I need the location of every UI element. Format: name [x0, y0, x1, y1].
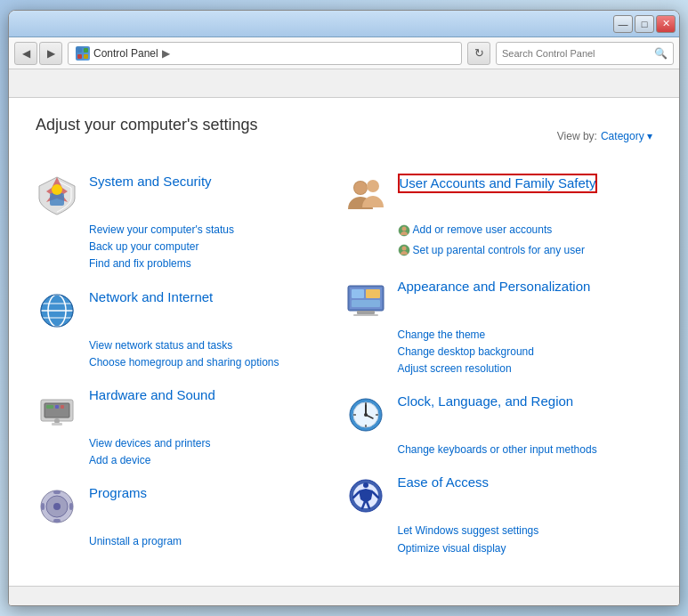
network-internet-links: View network status and tasks Choose hom… — [89, 337, 344, 371]
svg-point-5 — [52, 184, 62, 195]
devices-printers-link[interactable]: View devices and printers — [89, 435, 344, 452]
hardware-sound-title[interactable]: Hardware and Sound — [89, 387, 215, 402]
svg-rect-2 — [77, 54, 82, 59]
add-device-link[interactable]: Add a device — [89, 452, 344, 469]
user-accounts-title[interactable]: User Accounts and Family Safety — [400, 175, 596, 190]
parental-controls-link[interactable]: Set up parental controls for any user — [398, 242, 653, 263]
network-status-link[interactable]: View network status and tasks — [89, 337, 344, 354]
svg-rect-15 — [52, 423, 62, 426]
find-fix-link[interactable]: Find and fix problems — [89, 255, 344, 272]
svg-rect-25 — [69, 503, 73, 510]
user-accounts-icon — [344, 174, 387, 216]
svg-point-32 — [401, 247, 406, 251]
page-title: Adjust your computer's settings — [36, 116, 258, 134]
search-icon: 🔍 — [654, 47, 668, 60]
programs-links: Uninstall a program — [89, 533, 344, 550]
svg-rect-23 — [53, 519, 61, 523]
category-header: Appearance and Personalization — [344, 279, 653, 321]
svg-rect-36 — [352, 289, 364, 298]
screen-resolution-link[interactable]: Adjust screen resolution — [398, 361, 653, 377]
minimize-button[interactable]: — — [613, 15, 633, 33]
user-accounts-highlight-box: User Accounts and Family Safety — [398, 174, 598, 193]
keyboard-methods-link[interactable]: Change keyboards or other input methods — [398, 442, 653, 458]
svg-rect-18 — [61, 405, 64, 409]
nav-buttons: ◀ ▶ — [14, 42, 62, 65]
title-bar: — □ ✕ — [9, 11, 679, 37]
clock-language-links: Change keyboards or other input methods — [398, 442, 653, 458]
svg-rect-1 — [84, 48, 88, 53]
windows-suggest-link[interactable]: Let Windows suggest settings — [398, 523, 653, 539]
status-bar — [9, 586, 679, 605]
category-header: Programs — [36, 485, 344, 528]
svg-point-52 — [363, 482, 368, 488]
uninstall-link[interactable]: Uninstall a program — [89, 533, 344, 550]
refresh-button[interactable]: ↻ — [467, 42, 490, 65]
svg-point-28 — [354, 182, 367, 194]
toolbar — [9, 69, 679, 98]
svg-rect-37 — [366, 289, 380, 298]
breadcrumb-bar[interactable]: Control Panel ▶ — [68, 42, 462, 65]
hardware-sound-icon — [36, 387, 78, 430]
svg-rect-38 — [352, 300, 380, 307]
hardware-sound-links: View devices and printers Add a device — [89, 435, 344, 469]
category-network-internet: Network and Internet View network status… — [36, 289, 344, 371]
homegroup-link[interactable]: Choose homegroup and sharing options — [89, 354, 344, 371]
category-clock-language: Clock, Language, and Region Change keybo… — [344, 393, 653, 458]
user-accounts-links: Add or remove user accounts Set up pa — [398, 222, 653, 263]
right-column: User Accounts and Family Safety — [344, 174, 653, 573]
category-appearance: Appearance and Personalization Change th… — [344, 279, 653, 378]
ease-access-links: Let Windows suggest settings Optimize vi… — [398, 523, 653, 556]
main-content: Adjust your computer's settings View by:… — [9, 98, 679, 586]
forward-button[interactable]: ▶ — [39, 42, 62, 65]
breadcrumb-text[interactable]: Control Panel — [93, 47, 158, 60]
network-internet-title[interactable]: Network and Internet — [89, 289, 213, 304]
svg-rect-24 — [41, 503, 45, 510]
search-box[interactable]: 🔍 — [496, 42, 674, 65]
view-by-container: View by: Category ▾ — [557, 130, 652, 142]
category-user-accounts: User Accounts and Family Safety — [344, 174, 653, 263]
svg-rect-4 — [50, 193, 64, 206]
back-button[interactable]: ◀ — [14, 42, 37, 65]
svg-point-30 — [401, 226, 406, 231]
category-programs: Programs Uninstall a program — [36, 485, 344, 550]
appearance-icon — [344, 279, 387, 321]
clock-language-title[interactable]: Clock, Language, and Region — [398, 393, 574, 409]
close-button[interactable]: ✕ — [656, 15, 676, 33]
svg-rect-16 — [46, 405, 53, 409]
control-panel-icon — [76, 46, 90, 61]
programs-icon — [36, 485, 78, 528]
change-desktop-link[interactable]: Change desktop background — [398, 344, 653, 361]
appearance-links: Change the theme Change desktop backgrou… — [398, 327, 653, 378]
clock-language-icon — [344, 393, 387, 436]
svg-rect-22 — [53, 490, 61, 494]
categories-grid: System and Security Review your computer… — [36, 174, 652, 573]
left-column: System and Security Review your computer… — [36, 174, 344, 573]
network-internet-icon — [36, 289, 78, 332]
view-by-dropdown[interactable]: Category ▾ — [601, 130, 652, 142]
svg-rect-39 — [357, 311, 375, 314]
change-theme-link[interactable]: Change the theme — [398, 327, 653, 344]
backup-link[interactable]: Back up your computer — [89, 239, 344, 255]
appearance-title[interactable]: Appearance and Personalization — [398, 279, 591, 294]
category-hardware-sound: Hardware and Sound View devices and prin… — [36, 387, 344, 469]
ease-access-title[interactable]: Ease of Access — [398, 474, 490, 490]
system-security-links: Review your computer's status Back up yo… — [89, 222, 344, 273]
svg-point-21 — [53, 503, 61, 510]
category-ease-access: Ease of Access Let Windows suggest setti… — [344, 474, 653, 556]
review-status-link[interactable]: Review your computer's status — [89, 222, 344, 239]
address-bar: ◀ ▶ Control Panel ▶ ↻ 🔍 — [9, 37, 679, 69]
category-header: Network and Internet — [36, 289, 344, 332]
category-header: Ease of Access — [344, 474, 653, 517]
title-bar-buttons: — □ ✕ — [613, 15, 676, 33]
category-header: System and Security — [36, 174, 344, 216]
optimize-display-link[interactable]: Optimize visual display — [398, 540, 653, 557]
svg-rect-17 — [55, 405, 59, 409]
programs-title[interactable]: Programs — [89, 485, 147, 500]
svg-rect-40 — [353, 314, 378, 316]
maximize-button[interactable]: □ — [635, 15, 654, 33]
system-security-icon — [36, 174, 78, 216]
add-remove-accounts-link[interactable]: Add or remove user accounts — [398, 222, 653, 242]
system-security-title[interactable]: System and Security — [89, 174, 212, 189]
search-input[interactable] — [502, 48, 651, 59]
control-panel-window: — □ ✕ ◀ ▶ Control Panel ▶ ↻ 🔍 — [8, 10, 680, 606]
